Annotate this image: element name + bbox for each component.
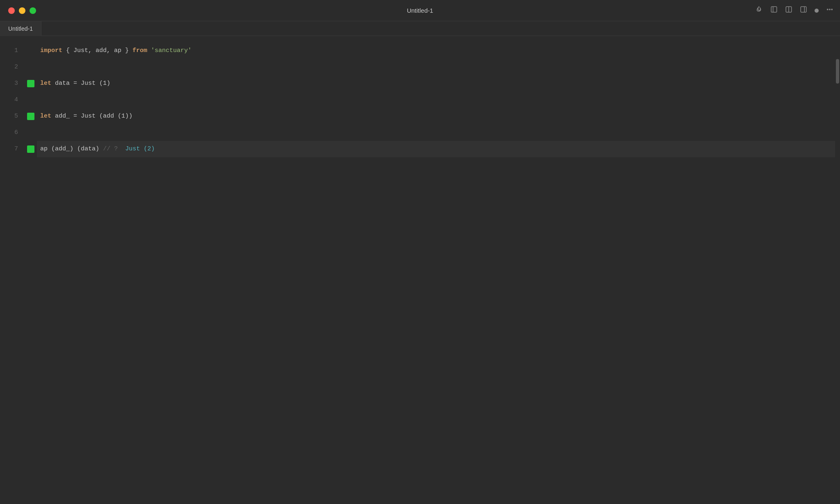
gutter-line-2 [25, 59, 37, 75]
keyword-let-1: let [40, 75, 51, 92]
string-sanctuary: 'sanctuary' [151, 43, 192, 59]
code-line-7: ap ( add_ ) ( data ) // ? Just (2) [37, 141, 840, 157]
code-line-1: import { Just, add, ap } from 'sanctuary… [37, 43, 840, 59]
code-line-6 [37, 125, 840, 141]
gutter-line-4 [25, 92, 37, 108]
tab-untitled1[interactable]: Untitled-1 [0, 21, 41, 36]
line-number-3: 3 [0, 75, 18, 92]
code-editor[interactable]: import { Just, add, ap } from 'sanctuary… [37, 36, 840, 504]
maximize-button[interactable] [30, 7, 36, 14]
gutter-line-3 [25, 75, 37, 92]
scrollbar[interactable] [835, 57, 840, 504]
gutter-line-1 [25, 43, 37, 59]
line-number-2: 2 [0, 59, 18, 75]
unsaved-indicator [815, 9, 819, 13]
sidebar-right-icon[interactable] [800, 6, 807, 15]
svg-point-7 [829, 9, 830, 10]
code-line-5: let add_ = Just ( add ( 1 )) [37, 108, 840, 125]
close-button[interactable] [8, 7, 15, 14]
flame-icon[interactable] [756, 6, 763, 15]
breakpoint-3[interactable] [27, 80, 34, 87]
editor-area: 1 2 3 4 5 6 7 import { Just, add, ap } f [0, 36, 840, 504]
more-icon[interactable] [826, 6, 833, 15]
tab-bar: Untitled-1 [0, 21, 840, 36]
line-number-5: 5 [0, 108, 18, 125]
toolbar-actions [756, 6, 833, 15]
result-value: Just (2) [121, 141, 155, 157]
gutter-line-7 [25, 141, 37, 157]
line-number-7: 7 [0, 141, 18, 157]
code-line-2 [37, 59, 840, 75]
columns-icon[interactable] [785, 6, 792, 15]
window-title: Untitled-1 [407, 7, 433, 14]
line-number-6: 6 [0, 125, 18, 141]
minimize-button[interactable] [19, 7, 25, 14]
code-line-4 [37, 92, 840, 108]
svg-rect-4 [801, 7, 806, 12]
breakpoint-5[interactable] [27, 113, 34, 120]
sidebar-left-icon[interactable] [770, 6, 778, 15]
tab-label: Untitled-1 [8, 25, 33, 32]
keyword-import: import [40, 43, 62, 59]
title-bar: Untitled-1 [0, 0, 840, 21]
svg-rect-0 [771, 7, 777, 12]
breakpoint-7[interactable] [27, 145, 34, 153]
line-number-1: 1 [0, 43, 18, 59]
scrollbar-thumb[interactable] [836, 59, 839, 84]
gutter-line-5 [25, 108, 37, 125]
code-line-3: let data = Just ( 1 ) [37, 75, 840, 92]
keyword-from: from [132, 43, 147, 59]
gutter [25, 36, 37, 504]
line-number-4: 4 [0, 92, 18, 108]
keyword-let-2: let [40, 108, 51, 125]
traffic-lights [8, 7, 36, 14]
line-numbers: 1 2 3 4 5 6 7 [0, 36, 25, 504]
svg-point-6 [827, 9, 828, 10]
gutter-line-6 [25, 125, 37, 141]
svg-point-8 [831, 9, 832, 10]
